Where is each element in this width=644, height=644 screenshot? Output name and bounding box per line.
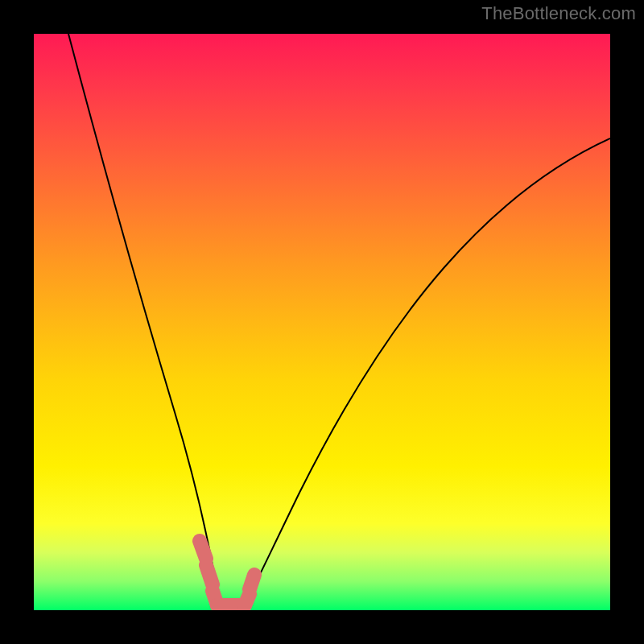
watermark-text: TheBottleneck.com — [481, 3, 636, 24]
left-curve — [68, 34, 221, 610]
marker-cluster — [200, 541, 254, 605]
right-curve — [242, 138, 610, 610]
right-marker-dashes — [245, 575, 254, 605]
plot-area — [34, 34, 610, 610]
curves-svg — [34, 34, 610, 610]
left-marker-dashes — [200, 541, 217, 605]
chart-frame: TheBottleneck.com — [0, 0, 644, 644]
